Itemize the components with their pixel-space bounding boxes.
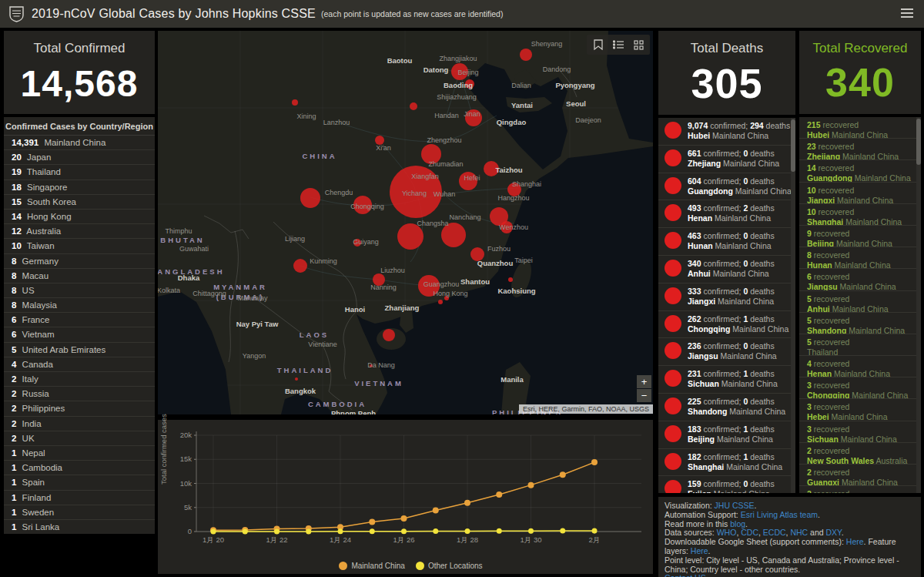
confirmed-list-item[interactable]: 20 Japan bbox=[4, 150, 155, 165]
case-cluster[interactable] bbox=[421, 144, 441, 164]
zoom-in-button[interactable]: + bbox=[637, 375, 651, 388]
case-cluster[interactable] bbox=[390, 166, 442, 218]
menu-icon[interactable] bbox=[901, 8, 913, 20]
credits-link[interactable]: DXY bbox=[826, 528, 842, 537]
confirmed-list-item[interactable]: 14 Hong Kong bbox=[4, 210, 155, 224]
credits-link[interactable]: WHO bbox=[717, 528, 737, 537]
legend-label[interactable]: Other Locations bbox=[428, 562, 483, 570]
recovered-list-item[interactable]: 3 recoveredSichuan Mainland China bbox=[799, 421, 921, 443]
recovered-list-item[interactable]: 6 recoveredJiangsu Mainland China bbox=[799, 269, 921, 290]
legend-label[interactable]: Mainland China bbox=[351, 562, 405, 570]
deaths-scrollbar[interactable] bbox=[791, 118, 795, 493]
confirmed-list-item[interactable]: 1 Nepal bbox=[4, 446, 155, 461]
deaths-list-item[interactable]: 463 confirmed; 0 deathsHunan Mainland Ch… bbox=[658, 228, 795, 256]
deaths-list-item[interactable]: 340 confirmed; 0 deathsAnhui Mainland Ch… bbox=[658, 256, 795, 283]
confirmed-list-item[interactable]: 19 Thailand bbox=[4, 165, 155, 179]
case-cluster[interactable] bbox=[418, 275, 440, 297]
deaths-list-item[interactable]: 159 confirmed; 0 deathsFujian Mainland C… bbox=[658, 476, 795, 493]
confirmed-list-item[interactable]: 1 Sri Lanka bbox=[4, 520, 155, 534]
bookmark-icon[interactable] bbox=[591, 38, 605, 52]
recovered-scrollbar[interactable] bbox=[916, 117, 921, 493]
deaths-list-item[interactable]: 9,074 confirmed; 294 deathsHubei Mainlan… bbox=[658, 118, 795, 146]
deaths-list-item[interactable]: 661 confirmed; 0 deathsZhejiang Mainland… bbox=[658, 146, 795, 173]
recovered-list-item[interactable]: 10 recoveredJiangxi Mainland China bbox=[799, 183, 921, 204]
deaths-list-item[interactable]: 262 confirmed; 1 deathsChongqing Mainlan… bbox=[658, 311, 795, 339]
case-cluster[interactable] bbox=[410, 102, 417, 110]
recovered-list-item[interactable]: 8 recoveredHunan Mainland China bbox=[799, 247, 921, 269]
recovered-list-item[interactable]: 4 recoveredHenan Mainland China bbox=[799, 356, 921, 377]
confirmed-list-item[interactable]: 1 Cambodia bbox=[4, 461, 155, 475]
recovered-list-item[interactable]: 5 recoveredAnhui Mainland China bbox=[799, 291, 921, 313]
case-cluster[interactable] bbox=[500, 221, 513, 233]
confirmed-list-item[interactable]: 1 Finland bbox=[4, 491, 155, 505]
confirmed-list-item[interactable]: 1 Spain bbox=[4, 475, 155, 490]
credits-link[interactable]: ECDC bbox=[763, 528, 786, 537]
case-cluster[interactable] bbox=[507, 183, 521, 196]
deaths-list-item[interactable]: 604 confirmed; 0 deathsGuangdong Mainlan… bbox=[658, 173, 795, 201]
recovered-list-item[interactable]: 2 recovered bbox=[799, 486, 921, 493]
deaths-list-item[interactable]: 231 confirmed; 1 deathsSichuan Mainland … bbox=[658, 366, 795, 394]
case-cluster[interactable] bbox=[375, 136, 384, 145]
case-cluster[interactable] bbox=[459, 172, 477, 190]
credits-link[interactable]: Esri Living Atlas team bbox=[741, 510, 818, 519]
recovered-list-item[interactable]: 5 recoveredShandong Mainland China bbox=[799, 313, 921, 334]
recovered-list-item[interactable]: 215 recoveredHubei Mainland China bbox=[799, 117, 921, 139]
confirmed-list-item[interactable]: 8 Germany bbox=[4, 254, 155, 269]
case-cluster[interactable] bbox=[438, 300, 443, 304]
credits-link[interactable]: CDC bbox=[741, 528, 758, 537]
case-cluster[interactable] bbox=[292, 99, 298, 106]
recovered-list-item[interactable]: 5 recovered Thailand bbox=[799, 334, 921, 356]
case-cluster[interactable] bbox=[300, 188, 320, 208]
case-cluster[interactable] bbox=[508, 277, 513, 282]
confirmed-list-item[interactable]: 2 UK bbox=[4, 431, 155, 446]
case-cluster[interactable] bbox=[451, 63, 468, 80]
confirmed-list-item[interactable]: 6 Vietnam bbox=[4, 327, 155, 342]
confirmed-list-item[interactable]: 8 Malaysia bbox=[4, 298, 155, 313]
recovered-list-item[interactable]: 2 recoveredNew South Wales Australia bbox=[799, 443, 921, 465]
case-cluster[interactable] bbox=[520, 49, 532, 61]
credits-link[interactable]: blog bbox=[730, 519, 745, 528]
case-cluster[interactable] bbox=[465, 109, 482, 126]
confirmed-list-item[interactable]: 8 US bbox=[4, 283, 155, 298]
credits-link[interactable]: Here bbox=[691, 546, 708, 555]
confirmed-list-item[interactable]: 5 United Arab Emirates bbox=[4, 343, 155, 357]
confirmed-list-item[interactable]: 12 Australia bbox=[4, 224, 155, 239]
basemap-icon[interactable] bbox=[631, 38, 645, 52]
deaths-list-item[interactable]: 493 confirmed; 2 deathsHenan Mainland Ch… bbox=[658, 200, 795, 228]
credits-link[interactable]: JHU CSSE bbox=[715, 501, 755, 510]
credits-link[interactable]: Here bbox=[846, 537, 864, 546]
case-cluster[interactable] bbox=[353, 196, 372, 214]
recovered-list-item[interactable]: 3 recoveredHebei Mainland China bbox=[799, 399, 921, 421]
deaths-list-item[interactable]: 236 confirmed; 0 deathsJiangsu Mainland … bbox=[658, 338, 795, 366]
credits-link[interactable]: NHC bbox=[790, 528, 808, 537]
map[interactable]: CHINAMYANMAR(BURMA)BANGLADESHBHUTANTHAIL… bbox=[158, 31, 653, 414]
confirmed-list-item[interactable]: 4 Canada bbox=[4, 357, 155, 372]
legend-icon[interactable] bbox=[611, 38, 625, 52]
recovered-list-item[interactable]: 23 recoveredZhejiang Mainland China bbox=[799, 139, 921, 160]
case-cluster[interactable] bbox=[383, 329, 395, 341]
recovered-list-item[interactable]: 3 recoveredChongqing Mainland China bbox=[799, 377, 921, 399]
credits-link[interactable]: Contact US bbox=[665, 573, 706, 577]
deaths-list-item[interactable]: 333 confirmed; 0 deathsJiangxi Mainland … bbox=[658, 283, 795, 311]
deaths-list-item[interactable]: 225 confirmed; 0 deathsShandong Mainland… bbox=[658, 394, 795, 421]
case-cluster[interactable] bbox=[484, 161, 499, 176]
confirmed-list-item[interactable]: 1 Sweden bbox=[4, 505, 155, 520]
confirmed-list-item[interactable]: 8 Macau bbox=[4, 269, 155, 283]
deaths-list-item[interactable]: 183 confirmed; 1 deathsBeijing Mainland … bbox=[658, 421, 795, 449]
case-cluster[interactable] bbox=[470, 247, 484, 261]
confirmed-list-item[interactable]: 2 Italy bbox=[4, 372, 155, 387]
case-cluster[interactable] bbox=[295, 377, 298, 381]
case-cluster[interactable] bbox=[465, 79, 474, 89]
confirmed-list-item[interactable]: 6 France bbox=[4, 313, 155, 327]
recovered-list-item[interactable]: 9 recoveredBeijing Mainland China bbox=[799, 226, 921, 247]
confirmed-list-item[interactable]: 15 South Korea bbox=[4, 195, 155, 210]
confirmed-list-item[interactable]: 2 Philippines bbox=[4, 401, 155, 416]
confirmed-list-item[interactable]: 18 Singapore bbox=[4, 180, 155, 195]
case-cluster[interactable] bbox=[441, 223, 466, 247]
confirmed-list-item[interactable]: 2 Russia bbox=[4, 387, 155, 401]
case-cluster[interactable] bbox=[397, 223, 424, 250]
confirmed-list-item[interactable]: 2 India bbox=[4, 417, 155, 431]
zoom-out-button[interactable]: − bbox=[637, 389, 651, 402]
case-cluster[interactable] bbox=[444, 296, 449, 300]
recovered-list-item[interactable]: 10 recoveredShanghai Mainland China bbox=[799, 204, 921, 226]
